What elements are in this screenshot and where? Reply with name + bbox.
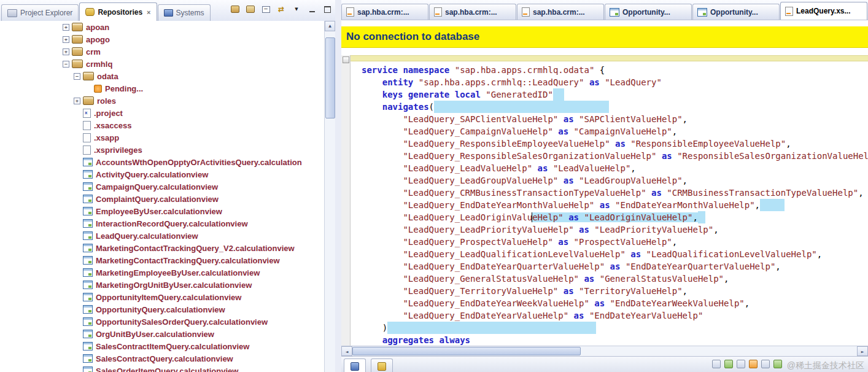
tree-item[interactable]: CampaignQuery.calculationview bbox=[0, 180, 325, 193]
link-with-editor-icon[interactable]: ⇄ bbox=[276, 4, 287, 15]
scroll-up-icon[interactable]: ▲ bbox=[325, 21, 335, 31]
tree-item[interactable]: +crm bbox=[0, 45, 325, 58]
expand-expander-icon[interactable]: + bbox=[63, 24, 69, 31]
code-line[interactable]: "LeadQuery_LeadGroupValueHelp" as "LeadG… bbox=[362, 174, 868, 187]
ruler-annotation-button[interactable] bbox=[343, 56, 349, 63]
maximize-icon[interactable] bbox=[322, 4, 333, 15]
bottom-toolbar-icon[interactable] bbox=[749, 360, 758, 368]
scroll-right-icon[interactable]: ► bbox=[857, 346, 868, 356]
code-line[interactable]: "LeadQuery_LeadQualificationLevelValueHe… bbox=[362, 248, 868, 260]
code-line[interactable]: "LeadQuery_CampaignValueHelp" as "Campai… bbox=[362, 125, 868, 138]
editor-tab-2[interactable]: sap.hba.crm:... bbox=[429, 4, 516, 20]
tree-item[interactable]: SalesOrderItemQuery.calculationview bbox=[0, 365, 325, 372]
left-tab-systems[interactable]: Systems bbox=[158, 4, 211, 21]
code-line[interactable]: service namespace "sap.hba.apps.crmhlq.o… bbox=[362, 64, 868, 76]
tree-item[interactable]: SalesContractItemQuery.calculationview bbox=[0, 340, 325, 352]
code-segment bbox=[362, 102, 382, 112]
code-line[interactable]: "LeadQuery_ProspectValueHelp" as "Prospe… bbox=[362, 236, 868, 248]
tree-item[interactable]: Pending... bbox=[0, 82, 325, 95]
left-tab-repositories[interactable]: Repositories× bbox=[79, 2, 157, 21]
scrollbar-thumb[interactable] bbox=[352, 347, 581, 355]
tree-item[interactable]: OpportunityItemQuery.calculationview bbox=[0, 291, 325, 303]
code-line[interactable]: "LeadQuery_EndDateYearMonthValueHelp" as… bbox=[362, 199, 868, 211]
tree-item[interactable]: +roles bbox=[0, 95, 325, 107]
editor-tab-1[interactable]: sap.hba.crm:... bbox=[341, 4, 428, 20]
tree-item[interactable]: .project bbox=[0, 107, 325, 119]
scrollbar-thumb[interactable] bbox=[325, 37, 335, 118]
scroll-left-icon[interactable]: ◄ bbox=[341, 346, 352, 356]
expand-expander-icon[interactable]: + bbox=[74, 98, 80, 104]
tree-item[interactable]: +apogo bbox=[0, 33, 325, 45]
tree-item[interactable]: −odata bbox=[0, 70, 325, 82]
bottom-toolbar-icon[interactable] bbox=[761, 360, 770, 368]
tree-item[interactable]: AccountsWthOpenOpptyOrActivitiesQuery.ca… bbox=[0, 156, 325, 168]
bottom-toolbar-icon[interactable] bbox=[724, 360, 733, 368]
tree-item[interactable]: −crmhlq bbox=[0, 58, 325, 70]
bottom-toolbar-icon[interactable] bbox=[773, 360, 782, 368]
code-line[interactable]: "LeadQuery_ResponsibleEmployeeValueHelp"… bbox=[362, 138, 868, 150]
code-line[interactable]: ) bbox=[362, 322, 868, 334]
code-line[interactable]: aggregates always bbox=[362, 334, 868, 346]
code-line[interactable]: keys generate local "GeneratedID" bbox=[362, 88, 868, 101]
code-line[interactable]: "LeadQuery_EndDateYearQuarterValueHelp" … bbox=[362, 260, 868, 273]
collapse-expander-icon[interactable]: − bbox=[74, 73, 80, 80]
tree-item[interactable]: MarketingEmployeeByUser.calculationview bbox=[0, 266, 325, 279]
tree-item[interactable]: MarketingContactTrackingQuery.calculatio… bbox=[0, 254, 325, 266]
view-menu-icon[interactable]: ▼ bbox=[291, 4, 302, 15]
code-line[interactable]: "LeadQuery_ResponsibleSalesOrganizationV… bbox=[362, 150, 868, 162]
tree-item[interactable]: ActivityQuery.calculationview bbox=[0, 168, 325, 180]
code-line[interactable]: navigates( bbox=[362, 101, 868, 113]
code-line[interactable]: "LeadQuery_LeadValueHelp" as "LeadValueH… bbox=[362, 162, 868, 174]
tree-item[interactable]: OpportunitySalesOrderQuery.calculationvi… bbox=[0, 316, 325, 328]
tree-item[interactable]: OrgUnitByUser.calculationview bbox=[0, 328, 325, 340]
editor-tab-4[interactable]: Opportunity... bbox=[605, 4, 692, 20]
code-line[interactable]: "LeadQuery_GeneralStatusValueHelp" as "G… bbox=[362, 273, 868, 285]
code-segment bbox=[362, 298, 403, 308]
tree-item[interactable]: ComplaintQuery.calculationview bbox=[0, 193, 325, 205]
selection-highlight bbox=[434, 101, 609, 113]
tree-item[interactable]: SalesContractQuery.calculationview bbox=[0, 352, 325, 365]
code-line[interactable]: "LeadQuery_SAPClientValueHelp" as "SAPCl… bbox=[362, 113, 868, 125]
editor-horizontal-scrollbar[interactable]: ◄ ► bbox=[341, 346, 868, 356]
tree-item[interactable]: .xsprivileges bbox=[0, 144, 325, 156]
collapse-all-icon[interactable]: − bbox=[260, 4, 271, 15]
panel-sash[interactable] bbox=[335, 0, 341, 372]
tree-item[interactable]: EmployeeByUser.calculationview bbox=[0, 205, 325, 217]
tree-vertical-scrollbar[interactable]: ▲ bbox=[324, 21, 335, 372]
bottom-view-tab[interactable] bbox=[371, 358, 393, 372]
tree-item[interactable]: OpportunityQuery.calculationview bbox=[0, 303, 325, 316]
expand-expander-icon[interactable]: + bbox=[63, 36, 69, 43]
editor-tab-5[interactable]: Opportunity... bbox=[692, 4, 780, 20]
close-icon[interactable]: × bbox=[147, 9, 150, 16]
code-line[interactable]: "LeadQuery_LeadPriorityValueHelp" as "Le… bbox=[362, 223, 868, 236]
editor-tab-6[interactable]: LeadQuery.xs... bbox=[780, 2, 867, 20]
tree-item[interactable]: MarketingOrgUnitByUser.calculationview bbox=[0, 279, 325, 291]
code-editor[interactable]: service namespace "sap.hba.apps.crmhlq.o… bbox=[351, 64, 868, 346]
code-segment: "CRMBusinessTransactionTypeValueHelp" bbox=[667, 188, 858, 198]
code-line[interactable]: "LeadQuery_EndDateYearWeekValueHelp" as … bbox=[362, 297, 868, 309]
import-repository-workspace-icon[interactable] bbox=[245, 4, 256, 15]
code-row: service namespace "sap.hba.apps.crmhlq.o… bbox=[341, 55, 868, 346]
code-line[interactable]: "LeadQuery_CRMBusinessTransactionTypeVal… bbox=[362, 187, 868, 199]
tree-item[interactable]: .xsapp bbox=[0, 131, 325, 144]
collapse-expander-icon[interactable]: − bbox=[63, 61, 69, 68]
bottom-view-tab[interactable] bbox=[344, 358, 366, 372]
bottom-toolbar-icon[interactable] bbox=[712, 360, 721, 368]
tree-item[interactable]: .xsaccess bbox=[0, 119, 325, 131]
view-toolbar: − ⇄ ▼ bbox=[230, 4, 333, 15]
scrollbar-track[interactable] bbox=[352, 346, 857, 356]
bottom-toolbar-icon[interactable] bbox=[737, 360, 745, 368]
code-line[interactable]: entity "sap.hba.apps.crmhlq::LeadQuery" … bbox=[362, 76, 868, 88]
code-line[interactable]: "LeadQuery_EndDateYearValueHelp" as "End… bbox=[362, 309, 868, 322]
editor-tab-3[interactable]: sap.hba.crm:... bbox=[517, 4, 604, 20]
tree-item[interactable]: +apoan bbox=[0, 21, 325, 33]
create-repository-workspace-icon[interactable] bbox=[230, 4, 241, 15]
tree-item[interactable]: InteractionRecordQuery.calculationview bbox=[0, 217, 325, 230]
tree-item[interactable]: LeadQuery.calculationview bbox=[0, 230, 325, 242]
tree-item[interactable]: MarketingContactTrackingQuery_V2.calcula… bbox=[0, 242, 325, 254]
expand-expander-icon[interactable]: + bbox=[63, 48, 69, 55]
minimize-icon[interactable] bbox=[306, 4, 317, 15]
left-tab-project-explorer[interactable]: Project Explorer bbox=[1, 4, 79, 21]
code-line[interactable]: "LeadQuery_TerritoryValueHelp" as "Terri… bbox=[362, 285, 868, 297]
code-line[interactable]: "LeadQuery_LeadOriginValueHelp" as "Lead… bbox=[362, 211, 868, 223]
